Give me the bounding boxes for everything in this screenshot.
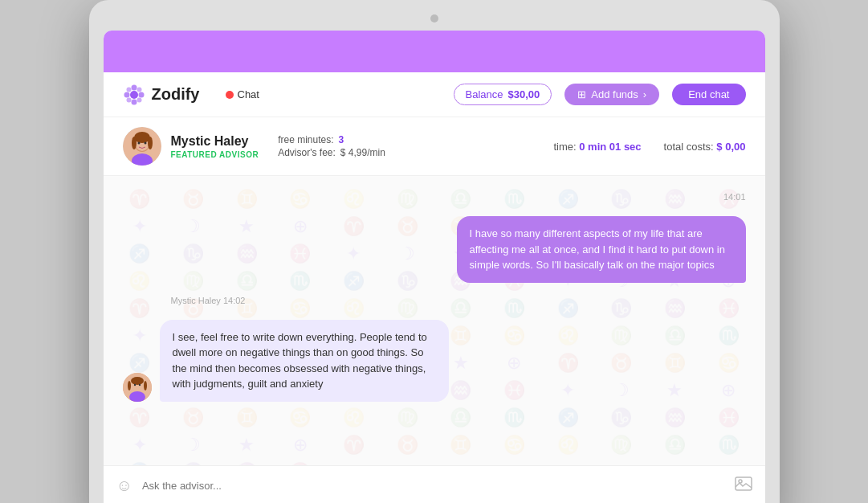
cost-label: total costs: bbox=[664, 141, 714, 153]
message-row-advisor: I see, feel free to write down everythin… bbox=[123, 320, 746, 402]
message-row-user: I have so many different aspects of my l… bbox=[123, 216, 746, 283]
svg-point-21 bbox=[144, 381, 147, 391]
svg-point-4 bbox=[138, 92, 144, 97]
laptop-screen: Zodify Chat Balance $30,00 ⊞ Add funds ›… bbox=[104, 31, 765, 503]
cost-value: $ 0,00 bbox=[716, 141, 745, 153]
chat-area: ♈♉♊♋♌♍♎♏♐♑♒♓✦☽★⊕♈♉♊♋♌♍♎♏♐♑♒♓✦☽★⊕♈♉♊♋♌♍♎♏… bbox=[104, 176, 765, 465]
chat-messages: 14:01 I have so many different aspects o… bbox=[104, 176, 765, 415]
svg-point-16 bbox=[137, 142, 140, 145]
logo-area: Zodify bbox=[123, 84, 200, 106]
svg-point-8 bbox=[137, 97, 141, 102]
zodiac-symbol: ♉ bbox=[384, 435, 431, 456]
app-name: Zodify bbox=[152, 85, 200, 104]
zodiac-symbol: ♌ bbox=[544, 435, 592, 456]
balance-label: Balance bbox=[466, 88, 503, 100]
emoji-button[interactable]: ☺ bbox=[116, 476, 132, 495]
svg-point-6 bbox=[137, 87, 141, 92]
zodiac-symbol: ☽ bbox=[169, 435, 217, 456]
advisor-msg-label: Mystic Haley 14:02 bbox=[171, 296, 746, 305]
user-message-text: I have so many different aspects of my l… bbox=[470, 227, 725, 271]
laptop-notch bbox=[430, 14, 438, 22]
app-header-bar bbox=[104, 31, 765, 72]
free-minutes-row: free minutes: 3 bbox=[278, 134, 385, 145]
balance-amount: $30,00 bbox=[508, 88, 540, 100]
fee-label: Advisor's fee: bbox=[278, 147, 336, 158]
funds-icon: ⊞ bbox=[577, 88, 586, 100]
svg-point-14 bbox=[148, 137, 153, 149]
emoji-icon: ☺ bbox=[116, 476, 132, 495]
svg-point-25 bbox=[138, 383, 140, 385]
svg-point-22 bbox=[131, 377, 144, 385]
fee-row: Advisor's fee: $ 4,99/min bbox=[278, 147, 385, 158]
chat-dot bbox=[226, 91, 234, 99]
advisor-message-text: I see, feel free to write down everythin… bbox=[173, 331, 427, 391]
svg-point-24 bbox=[133, 383, 135, 385]
chat-indicator: Chat bbox=[226, 88, 259, 100]
advisor-stats: free minutes: 3 Advisor's fee: $ 4,99/mi… bbox=[278, 134, 385, 158]
timestamp-user: 14:01 bbox=[123, 189, 746, 203]
svg-point-0 bbox=[130, 91, 138, 99]
svg-point-1 bbox=[131, 84, 137, 90]
advisor-name: Mystic Haley bbox=[171, 134, 259, 149]
zodiac-symbol: ♒ bbox=[223, 462, 271, 465]
free-minutes-value: 3 bbox=[339, 134, 344, 145]
chat-input[interactable] bbox=[142, 480, 725, 492]
zodiac-symbol: ♋ bbox=[491, 435, 538, 456]
zodiac-symbol: ♐ bbox=[116, 462, 164, 465]
zodiac-symbol: ♓ bbox=[277, 462, 324, 465]
time-label: time: bbox=[553, 141, 576, 153]
zodiac-symbol: ♈ bbox=[330, 435, 377, 456]
chat-input-bar: ☺ bbox=[104, 465, 765, 503]
user-bubble: I have so many different aspects of my l… bbox=[457, 216, 746, 283]
svg-point-17 bbox=[144, 142, 146, 145]
zodiac-symbol: ⊕ bbox=[277, 435, 324, 456]
svg-point-2 bbox=[131, 99, 137, 104]
laptop-frame: Zodify Chat Balance $30,00 ⊞ Add funds ›… bbox=[89, 0, 780, 503]
svg-point-12 bbox=[134, 132, 150, 143]
zodiac-symbol: ★ bbox=[223, 435, 271, 456]
main-header: Zodify Chat Balance $30,00 ⊞ Add funds ›… bbox=[104, 72, 765, 117]
advisor-info: Mystic Haley FEATURED ADVISOR bbox=[171, 134, 259, 159]
advisor-avatar bbox=[123, 127, 161, 166]
add-funds-arrow: › bbox=[643, 88, 646, 100]
end-chat-label: End chat bbox=[688, 88, 729, 100]
free-minutes-label: free minutes: bbox=[278, 134, 333, 145]
zodiac-symbol: ♊ bbox=[438, 435, 485, 456]
zodify-logo-icon bbox=[123, 84, 145, 106]
advisor-timer: time: 0 min 01 sec total costs: $ 0,00 bbox=[553, 141, 745, 153]
balance-button[interactable]: Balance $30,00 bbox=[454, 84, 552, 105]
svg-point-13 bbox=[132, 137, 137, 149]
svg-point-20 bbox=[128, 381, 131, 391]
time-item: time: 0 min 01 sec bbox=[553, 141, 641, 153]
user-timestamp: 14:01 bbox=[723, 192, 746, 202]
zodiac-symbol: ♎ bbox=[651, 435, 699, 456]
zodiac-symbol: ♑ bbox=[169, 462, 217, 465]
chat-status-label: Chat bbox=[238, 88, 259, 100]
svg-point-7 bbox=[126, 97, 131, 102]
advisor-bubble: I see, feel free to write down everythin… bbox=[160, 320, 449, 402]
time-value: 0 min 01 sec bbox=[579, 141, 641, 153]
add-funds-button[interactable]: ⊞ Add funds › bbox=[564, 84, 659, 105]
zodiac-symbol: ♍ bbox=[598, 435, 646, 456]
svg-point-3 bbox=[124, 92, 129, 97]
fee-value: $ 4,99/min bbox=[340, 147, 385, 158]
advisor-msg-avatar bbox=[123, 373, 152, 402]
cost-item: total costs: $ 0,00 bbox=[664, 141, 746, 153]
end-chat-button[interactable]: End chat bbox=[672, 84, 745, 105]
svg-point-5 bbox=[126, 87, 131, 92]
zodiac-symbol: ♏ bbox=[705, 435, 752, 456]
image-upload-button[interactable] bbox=[735, 476, 752, 495]
zodiac-symbol: ✦ bbox=[116, 435, 164, 456]
advisor-badge: FEATURED ADVISOR bbox=[171, 150, 259, 159]
advisor-msg-name-time: Mystic Haley 14:02 bbox=[171, 296, 246, 305]
add-funds-label: Add funds bbox=[591, 88, 638, 100]
image-icon bbox=[735, 476, 752, 491]
advisor-bar: Mystic Haley FEATURED ADVISOR free minut… bbox=[104, 117, 765, 176]
